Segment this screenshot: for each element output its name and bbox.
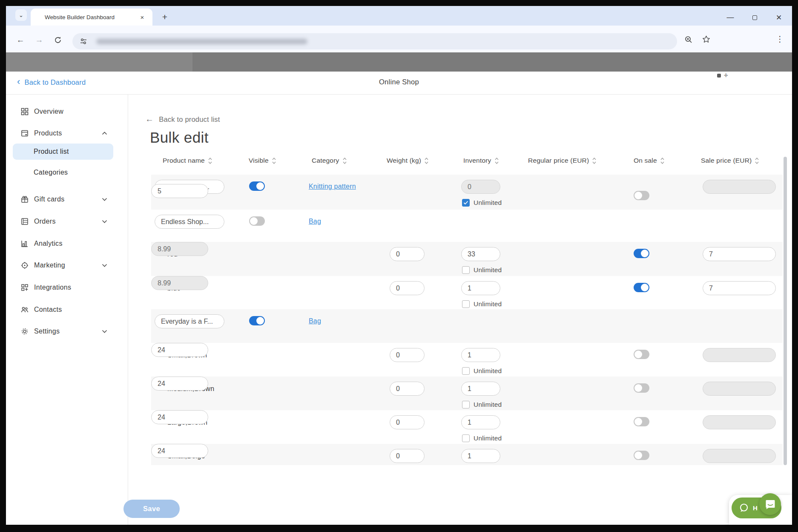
- weight-input[interactable]: [390, 449, 425, 463]
- unlimited-checkbox[interactable]: [462, 434, 470, 442]
- sort-icon[interactable]: [342, 157, 347, 164]
- regular-price-input[interactable]: [151, 444, 208, 458]
- sidebar-item-orders[interactable]: Orders: [13, 213, 113, 230]
- on-sale-toggle[interactable]: [634, 417, 649, 426]
- weight-input[interactable]: [390, 415, 425, 429]
- reload-button[interactable]: [53, 35, 63, 45]
- sort-icon[interactable]: [660, 157, 665, 164]
- category-link[interactable]: Bag: [309, 317, 321, 325]
- table-row: Knitting pattern Unlimited: [151, 175, 783, 210]
- on-sale-toggle[interactable]: [634, 350, 649, 359]
- column-header-regular-price[interactable]: Regular price (EUR): [528, 157, 597, 164]
- sidebar-item-product-list[interactable]: Product list: [13, 144, 113, 160]
- table-scrollbar[interactable]: [784, 157, 787, 465]
- sidebar-item-gift-cards[interactable]: Gift cards: [13, 191, 113, 208]
- sort-icon[interactable]: [755, 157, 759, 164]
- product-name-input[interactable]: [155, 314, 224, 328]
- unlimited-checkbox[interactable]: [462, 401, 470, 408]
- column-label: Visible: [249, 157, 269, 164]
- tab-close-icon[interactable]: ×: [138, 13, 146, 21]
- inventory-input[interactable]: [461, 382, 500, 396]
- back-button[interactable]: ←: [15, 35, 26, 45]
- sort-icon[interactable]: [208, 157, 212, 164]
- unlimited-checkbox[interactable]: [462, 300, 470, 308]
- browser-tab[interactable]: Website Builder Dashboard ×: [31, 9, 152, 26]
- column-header-sale-price[interactable]: Sale price (EUR): [701, 157, 759, 164]
- sidebar-item-label: Settings: [34, 328, 60, 335]
- window-minimize-button[interactable]: —: [725, 12, 736, 23]
- regular-price-input[interactable]: [151, 377, 208, 391]
- sidebar-item-categories[interactable]: Categories: [13, 164, 113, 181]
- sort-icon[interactable]: [494, 157, 499, 164]
- visible-toggle[interactable]: [249, 216, 265, 226]
- bookmark-button[interactable]: [702, 35, 711, 46]
- unlimited-checkbox-row: Unlimited: [462, 266, 502, 274]
- on-sale-toggle[interactable]: [634, 383, 649, 393]
- sidebar-item-marketing[interactable]: Marketing: [13, 257, 113, 274]
- inventory-input[interactable]: [461, 281, 500, 295]
- forward-button[interactable]: →: [34, 35, 44, 45]
- reload-icon: [54, 36, 62, 44]
- sidebar-item-label: Marketing: [34, 262, 65, 269]
- on-sale-toggle[interactable]: [634, 451, 649, 460]
- zoom-button[interactable]: [684, 35, 693, 46]
- sort-icon[interactable]: [272, 157, 276, 164]
- visible-toggle[interactable]: [249, 316, 265, 325]
- unlimited-checkbox-row: Unlimited: [462, 199, 502, 207]
- regular-price-input[interactable]: [151, 343, 208, 357]
- sidebar-item-settings[interactable]: Settings: [13, 323, 113, 340]
- on-sale-toggle[interactable]: [634, 283, 649, 292]
- sidebar-item-integrations[interactable]: Integrations: [13, 279, 113, 296]
- sidebar-item-analytics[interactable]: Analytics: [13, 235, 113, 252]
- inventory-input[interactable]: [461, 449, 500, 463]
- column-header-visible[interactable]: Visible: [249, 157, 276, 164]
- window-maximize-button[interactable]: [749, 12, 760, 23]
- weight-input[interactable]: [390, 281, 425, 295]
- new-tab-button[interactable]: +: [158, 11, 171, 23]
- sidebar-item-products[interactable]: Products: [13, 125, 113, 142]
- inventory-input[interactable]: [461, 348, 500, 362]
- weight-input[interactable]: [390, 247, 425, 261]
- inventory-input[interactable]: [461, 247, 500, 261]
- chat-launcher-button[interactable]: [759, 493, 781, 515]
- product-name-input[interactable]: [155, 215, 224, 229]
- star-icon: [702, 35, 711, 44]
- sale-price-input: [703, 449, 776, 463]
- sidebar-subitem-label: Categories: [34, 169, 68, 176]
- unlimited-checkbox[interactable]: [462, 266, 470, 274]
- page-context-title: Online Shop: [6, 78, 792, 86]
- unlimited-checkbox[interactable]: [462, 367, 470, 375]
- sort-icon[interactable]: [592, 157, 597, 164]
- toggle-knob: [634, 418, 642, 426]
- browser-menu-button[interactable]: ⋮: [776, 34, 784, 44]
- sidebar-item-contacts[interactable]: Contacts: [13, 301, 113, 318]
- save-button[interactable]: Save: [123, 500, 180, 518]
- sidebar-item-overview[interactable]: Overview: [13, 103, 113, 120]
- column-header-product-name[interactable]: Product name: [163, 157, 212, 164]
- column-header-weight[interactable]: Weight (kg): [387, 157, 429, 164]
- window-close-button[interactable]: ✕: [773, 12, 784, 23]
- column-header-on-sale[interactable]: On sale: [634, 157, 665, 164]
- back-to-product-list-link[interactable]: ← Back to product list: [145, 115, 220, 124]
- regular-price-input[interactable]: [151, 184, 208, 198]
- column-header-inventory[interactable]: Inventory: [463, 157, 499, 164]
- weight-input[interactable]: [390, 382, 425, 396]
- category-link[interactable]: Knitting pattern: [309, 183, 356, 190]
- on-sale-toggle[interactable]: [634, 249, 649, 258]
- regular-price-input[interactable]: [151, 410, 208, 424]
- weight-input[interactable]: [390, 348, 425, 362]
- people-icon: [20, 305, 29, 314]
- unlimited-checkbox[interactable]: [462, 199, 470, 207]
- visible-toggle[interactable]: [249, 181, 265, 191]
- sale-price-input[interactable]: [703, 281, 776, 295]
- sort-icon[interactable]: [424, 157, 429, 164]
- table-header-row: Product name Visible Category Weight (kg…: [151, 157, 783, 171]
- sale-price-input[interactable]: [703, 247, 776, 261]
- sidebar-item-label: Overview: [34, 108, 63, 115]
- column-header-category[interactable]: Category: [312, 157, 347, 164]
- inventory-input[interactable]: [461, 415, 500, 429]
- tab-search-button[interactable]: ⌄: [15, 9, 27, 21]
- category-link[interactable]: Bag: [309, 218, 321, 225]
- on-sale-toggle[interactable]: [634, 191, 649, 200]
- plus-icon: ✛: [724, 73, 728, 78]
